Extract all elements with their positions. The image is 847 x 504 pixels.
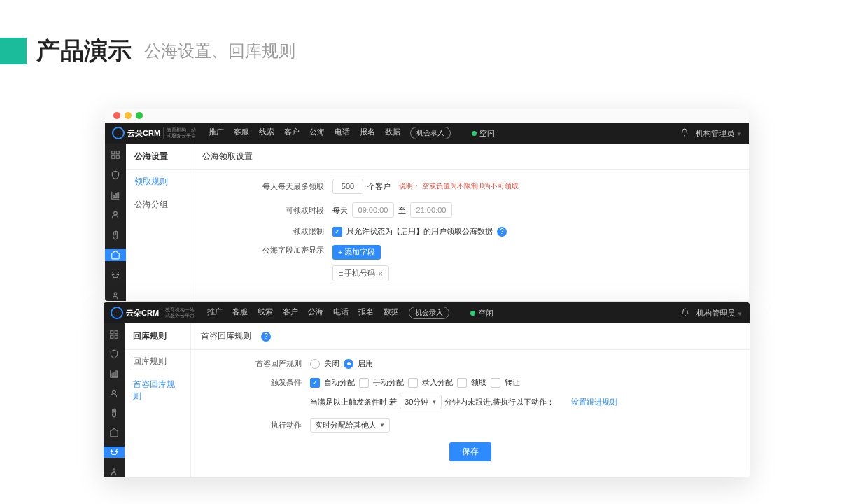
- nav-item[interactable]: 电话: [333, 307, 349, 319]
- nav-item[interactable]: 推广: [209, 127, 224, 139]
- rail-shield-icon[interactable]: [104, 349, 125, 360]
- rail-recycle-icon[interactable]: [104, 447, 125, 458]
- side-item-claim-rules[interactable]: 领取规则: [126, 170, 192, 193]
- content-area: 公海领取设置 每人每天最多领取 个客户 说明： 空或负值为不限制,0为不可领取 …: [192, 144, 749, 301]
- chevron-down-icon: ▼: [379, 422, 385, 428]
- rail-dashboard-icon[interactable]: [105, 149, 126, 161]
- hint-text: 说明： 空或负值为不限制,0为不可领取: [399, 181, 519, 191]
- nav-item[interactable]: 公海: [309, 127, 325, 139]
- nav-item[interactable]: 数据: [384, 307, 399, 319]
- rail-home-icon[interactable]: [104, 427, 125, 438]
- accent-block: [0, 38, 27, 64]
- add-field-button[interactable]: + 添加字段: [332, 245, 381, 260]
- radio-on[interactable]: [344, 359, 354, 369]
- nav-item[interactable]: 线索: [258, 307, 273, 319]
- user-menu[interactable]: 机构管理员 ▼: [696, 308, 743, 318]
- side-panel-title: 公海设置: [126, 144, 192, 170]
- rail-hand-icon[interactable]: [104, 407, 125, 419]
- side-item-groups[interactable]: 公海分组: [126, 193, 192, 216]
- side-item-return-rules[interactable]: 回库规则: [125, 350, 190, 373]
- logo-mark-icon: [112, 127, 125, 139]
- user-menu[interactable]: 机构管理员 ▼: [696, 128, 742, 139]
- drag-handle-icon[interactable]: ≡: [339, 270, 342, 278]
- rail-dashboard-icon[interactable]: [104, 329, 125, 340]
- status-dot-icon: [472, 131, 477, 136]
- logo-mark-icon: [111, 307, 123, 319]
- nav-item[interactable]: 线索: [259, 127, 274, 139]
- rail-recycle-icon[interactable]: [105, 270, 126, 281]
- side-panel: 公海设置 领取规则 公海分组: [126, 144, 192, 301]
- time-to-input[interactable]: [410, 202, 452, 218]
- svg-rect-15: [116, 371, 118, 377]
- nav-item[interactable]: 推广: [207, 307, 223, 319]
- set-followup-link[interactable]: 设置跟进规则: [571, 397, 617, 407]
- nav-item[interactable]: 报名: [360, 127, 375, 139]
- side-item-first-consult-rules[interactable]: 首咨回库规则: [125, 373, 190, 408]
- cb-transfer[interactable]: [491, 378, 500, 388]
- nav-items: 推广 客服 线索 客户 公海 电话 报名 数据 机会录入: [207, 307, 449, 319]
- app-logo: 云朵CRM 教育机构一站 式服务云平台: [111, 307, 195, 319]
- icon-rail: [104, 323, 125, 477]
- svg-rect-0: [112, 151, 115, 154]
- field-tag[interactable]: ≡ 手机号码 ×: [332, 265, 389, 281]
- rail-shield-icon[interactable]: [105, 169, 126, 181]
- radio-off[interactable]: [310, 359, 320, 369]
- row-action: 执行动作 实时分配给其他人 ▼: [191, 418, 750, 433]
- opportunity-entry-button[interactable]: 机会录入: [410, 127, 451, 139]
- rail-person-icon[interactable]: [104, 466, 125, 477]
- minimize-dot-icon[interactable]: [125, 112, 132, 119]
- nav-item[interactable]: 客服: [232, 307, 248, 319]
- status-text: 空闲: [479, 128, 495, 139]
- help-icon[interactable]: ?: [497, 227, 507, 237]
- status-dot-icon: [470, 311, 475, 316]
- rail-home-icon[interactable]: [105, 249, 126, 261]
- svg-rect-10: [115, 331, 118, 334]
- svg-rect-9: [111, 331, 113, 334]
- rail-user-icon[interactable]: [105, 209, 126, 221]
- rail-hand-icon[interactable]: [105, 230, 126, 241]
- enabled-only-checkbox[interactable]: [332, 227, 342, 237]
- time-from-input[interactable]: [352, 202, 394, 218]
- duration-select[interactable]: 30分钟▼: [400, 395, 442, 410]
- svg-rect-3: [116, 155, 119, 158]
- nav-item[interactable]: 公海: [308, 307, 323, 319]
- rail-user-icon[interactable]: [104, 388, 125, 399]
- bell-icon[interactable]: [680, 128, 689, 138]
- chevron-down-icon: ▼: [431, 399, 437, 405]
- cb-claim[interactable]: [457, 378, 467, 388]
- opportunity-entry-button[interactable]: 机会录入: [409, 307, 449, 319]
- save-button[interactable]: 保存: [449, 442, 491, 461]
- slide-subtitle: 公海设置、回库规则: [144, 40, 295, 62]
- nav-item[interactable]: 数据: [385, 127, 400, 139]
- top-nav: 云朵CRM 教育机构一站 式服务云平台 推广 客服 线索 客户 公海 电话 报名…: [104, 302, 750, 323]
- svg-rect-1: [116, 151, 119, 154]
- rail-chart-icon[interactable]: [104, 368, 125, 379]
- help-icon[interactable]: ?: [261, 332, 271, 342]
- cb-auto-assign[interactable]: [310, 378, 320, 388]
- max-claim-input[interactable]: [332, 178, 363, 194]
- cb-entry-assign[interactable]: [408, 378, 418, 388]
- top-nav: 云朵CRM 教育机构一站 式服务云平台 推广 客服 线索 客户 公海 电话 报名…: [105, 122, 749, 144]
- status-text: 空闲: [478, 308, 493, 318]
- zoom-dot-icon[interactable]: [136, 112, 143, 119]
- logo-text: 云朵CRM: [127, 128, 160, 139]
- nav-item[interactable]: 客服: [234, 127, 249, 139]
- nav-item[interactable]: 客户: [283, 307, 298, 319]
- close-dot-icon[interactable]: [113, 112, 120, 119]
- remove-tag-icon[interactable]: ×: [378, 270, 382, 278]
- bell-icon[interactable]: [681, 308, 690, 318]
- nav-items: 推广 客服 线索 客户 公海 电话 报名 数据 机会录入: [209, 127, 451, 139]
- logo-text: 云朵CRM: [126, 308, 159, 318]
- svg-rect-13: [112, 374, 113, 377]
- row-encrypt-fields: 公海字段加密显示 + 添加字段 ≡ 手机号码 ×: [192, 245, 749, 281]
- rail-person-icon[interactable]: [105, 289, 126, 301]
- svg-point-7: [114, 212, 118, 216]
- nav-item[interactable]: 电话: [335, 127, 350, 139]
- action-select[interactable]: 实时分配给其他人 ▼: [310, 418, 390, 433]
- nav-item[interactable]: 报名: [358, 307, 374, 319]
- row-max-claim: 每人每天最多领取 个客户 说明： 空或负值为不限制,0为不可领取: [192, 178, 749, 194]
- rail-chart-icon[interactable]: [105, 189, 126, 201]
- svg-point-8: [114, 293, 117, 295]
- nav-item[interactable]: 客户: [284, 127, 300, 139]
- cb-manual-assign[interactable]: [359, 378, 369, 388]
